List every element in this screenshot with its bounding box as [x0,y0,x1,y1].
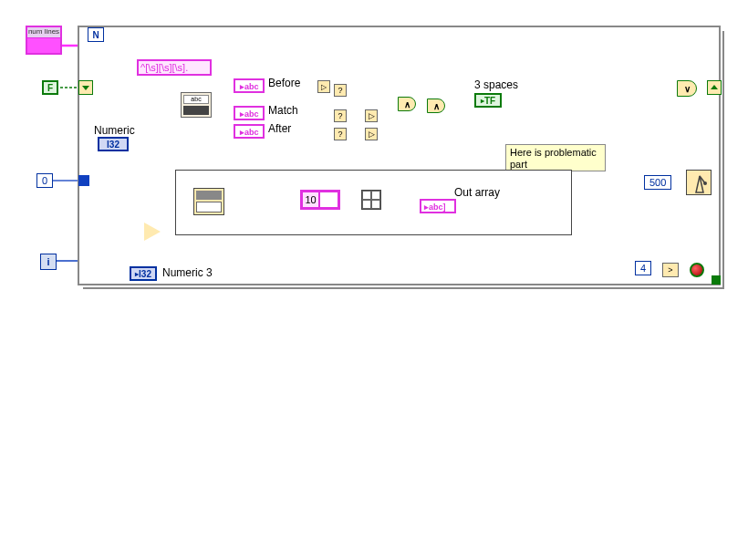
compare-node-1[interactable]: ? [334,84,347,97]
numeric-indicator[interactable]: I32 [98,137,129,151]
string-length-pad [320,192,338,207]
compare-node-2[interactable]: ? [334,109,347,122]
iteration-terminal: i [40,254,57,270]
five-hundred-constant[interactable]: 500 [644,175,671,190]
or-node[interactable]: ∨ [677,80,697,97]
after-label: After [268,122,291,135]
build-array-function[interactable] [361,190,381,210]
before-label: Before [268,77,300,89]
numlines-body [27,38,60,53]
svg-text:▸abc]: ▸abc] [423,202,446,212]
regex-pattern-constant[interactable]: ^[\s][\s][\s]. [137,59,212,76]
not-node-3[interactable]: ▷ [365,128,378,140]
string-length-constant[interactable]: 10 [300,190,340,210]
numeric-label: Numeric [94,124,135,137]
false-constant[interactable]: F [42,80,58,95]
out-array-label: Out array [454,186,500,199]
svg-text:▸abc: ▸abc [239,128,259,137]
four-constant[interactable]: 4 [635,261,651,275]
compare-node-3[interactable]: ? [334,128,347,140]
numeric3-label: Numeric 3 [162,266,213,279]
n-terminal: N [88,27,104,42]
index-array-function[interactable] [193,188,224,215]
empty-string-compare-1[interactable]: ▷ [317,80,330,93]
annotation-comment[interactable]: Here is problematic part [505,144,606,171]
svg-text:▸abc: ▸abc [239,82,259,91]
metronome-icon [687,171,712,196]
greater-than-node[interactable]: > [662,263,679,277]
string-length-value: 10 [303,192,320,207]
and-node-2[interactable]: ∧ [427,99,445,113]
svg-text:▸abc: ▸abc [239,109,259,119]
loop-stop-terminal[interactable] [690,263,704,277]
three-spaces-label: 3 spaces [474,78,518,91]
numlines-control[interactable]: num lines [26,26,62,55]
match-label: Match [268,104,298,117]
numeric3-indicator[interactable]: ▸I32 [130,266,157,281]
numlines-label: num lines [27,27,60,38]
not-node-2[interactable]: ▷ [365,109,378,122]
zero-constant[interactable]: 0 [36,173,53,188]
shift-register-left[interactable] [78,80,93,95]
wait-ms-function[interactable] [686,170,712,195]
match-indicator[interactable]: ▸abc [234,106,265,120]
shift-register-right[interactable] [707,80,722,95]
three-spaces-indicator[interactable]: ▸TF [474,93,502,108]
after-indicator[interactable]: ▸abc [234,124,265,139]
svg-point-6 [703,181,707,185]
tunnel-bool-out [712,275,721,285]
out-array-indicator[interactable]: ▸abc] [420,199,456,213]
match-regex-function[interactable]: abc [181,92,212,118]
add-node[interactable] [144,223,161,241]
tunnel-numeric-in [78,175,89,186]
before-indicator[interactable]: ▸abc [234,78,265,93]
and-node-1[interactable]: ∧ [398,97,416,111]
